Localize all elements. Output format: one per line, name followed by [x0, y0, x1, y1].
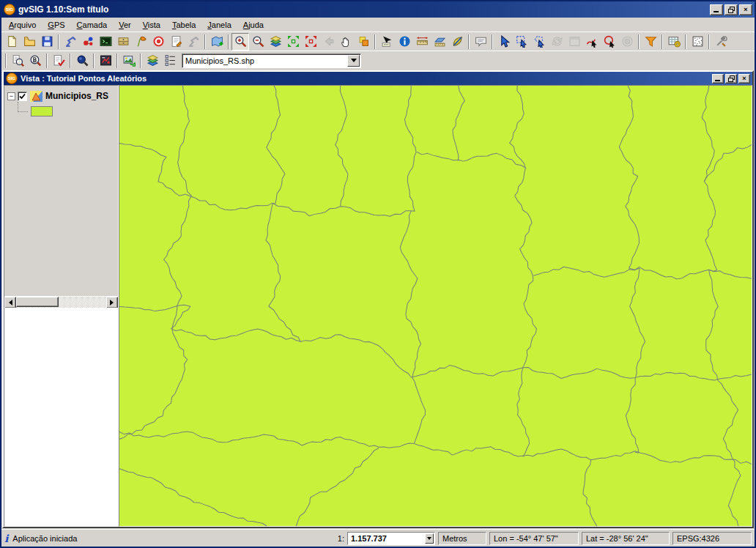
- toolbar-separator: [116, 53, 118, 68]
- view-window-icon: SIG: [6, 73, 18, 84]
- zoom-in-button[interactable]: [231, 33, 249, 51]
- view-title-bar[interactable]: SIG Vista : Tutorial Pontos Aleatórios ×: [4, 72, 752, 85]
- menu-ajuda[interactable]: Ajuda: [237, 19, 270, 31]
- zoom-bookmark-button[interactable]: [26, 52, 44, 70]
- layer-combo-dropdown-button[interactable]: [347, 55, 360, 67]
- layer-visibility-checkbox[interactable]: [18, 92, 27, 101]
- hyperlink-button[interactable]: [448, 33, 466, 51]
- select-polygon-icon: [533, 35, 546, 48]
- toolbar-separator: [492, 34, 493, 49]
- overview-map-button[interactable]: [97, 52, 114, 70]
- frames-button[interactable]: [355, 33, 372, 51]
- scale-dropdown-button[interactable]: [425, 533, 434, 544]
- toolbar-separator: [93, 53, 94, 68]
- new-project-button[interactable]: [3, 33, 21, 51]
- scrollbar-thumb[interactable]: [16, 297, 59, 307]
- select-circle-button[interactable]: [601, 33, 618, 51]
- scale-combo[interactable]: 1.157.737: [347, 532, 435, 545]
- toolbar-separator: [70, 53, 71, 68]
- measure-area-icon: [434, 35, 446, 48]
- gazetteer-button[interactable]: [132, 33, 149, 51]
- open-project-icon: [23, 35, 36, 48]
- zoom-out-button[interactable]: [249, 33, 267, 51]
- select-polyline-button[interactable]: [583, 33, 601, 51]
- overview-map-icon: [100, 54, 112, 67]
- selection-matrix-button[interactable]: [689, 33, 706, 51]
- view-window-title: Vista : Tutorial Pontos Aleatórios: [21, 74, 712, 83]
- toolbar-separator: [374, 34, 376, 49]
- scroll-left-button[interactable]: [4, 297, 16, 308]
- annotation-button[interactable]: [472, 33, 489, 51]
- layer-expand-toggle[interactable]: −: [7, 92, 15, 100]
- menu-bar: ArquivoGPSCamadaVerVistaTabelaJanelaAjud…: [1, 18, 755, 32]
- zoom-selection-button[interactable]: [302, 33, 319, 51]
- layer-stack-button[interactable]: [144, 52, 161, 70]
- layer-name: Municipios_RS: [45, 91, 108, 101]
- pan-button[interactable]: [337, 33, 355, 51]
- zoom-out-icon: [252, 35, 264, 48]
- menu-gps[interactable]: GPS: [42, 19, 70, 31]
- locate-by-attribute-icon: [76, 54, 89, 67]
- legend-row[interactable]: [7, 103, 118, 119]
- add-layer-button[interactable]: [208, 33, 226, 51]
- window-title: gvSIG 1.10:Sem título: [18, 4, 710, 15]
- restore-button[interactable]: [724, 4, 738, 15]
- crane-tool-button[interactable]: [62, 33, 79, 51]
- info-icon: [399, 35, 411, 48]
- attribute-table-button[interactable]: [665, 33, 683, 51]
- geoprocessing-toolbox-button[interactable]: [712, 33, 730, 51]
- close-button[interactable]: ×: [739, 4, 752, 15]
- menu-arquivo[interactable]: Arquivo: [3, 19, 42, 31]
- toolbar-separator: [46, 53, 48, 68]
- toc-empty-area: [4, 308, 118, 526]
- open-project-button[interactable]: [21, 33, 38, 51]
- toolbar-separator: [468, 34, 470, 49]
- layer-icon: [30, 91, 42, 102]
- info-button[interactable]: [396, 33, 413, 51]
- menu-camada[interactable]: Camada: [71, 19, 114, 31]
- zoom-manager-button[interactable]: [9, 52, 26, 70]
- save-project-button[interactable]: [38, 33, 56, 51]
- scroll-right-button[interactable]: [106, 297, 118, 308]
- info-status-icon: i: [4, 533, 8, 544]
- menu-janela[interactable]: Janela: [201, 19, 237, 31]
- select-rectangle-button[interactable]: [513, 33, 530, 51]
- view-restore-button[interactable]: [725, 74, 737, 84]
- layer-list-button[interactable]: [161, 52, 179, 70]
- select-pointer-button[interactable]: [495, 33, 513, 51]
- view-close-button[interactable]: ×: [738, 74, 750, 84]
- scrollbar-track[interactable]: [16, 297, 106, 308]
- measure-area-button[interactable]: [431, 33, 448, 51]
- molecule-tool-button[interactable]: [79, 33, 97, 51]
- select-polygon-button[interactable]: [530, 33, 548, 51]
- zoom-full-extent-button[interactable]: [284, 33, 302, 51]
- locator-button[interactable]: [149, 33, 167, 51]
- locate-by-attribute-button[interactable]: [73, 52, 91, 70]
- active-layer-combo[interactable]: Municipios_RS.shp: [182, 53, 361, 68]
- zoom-layers-button[interactable]: [267, 33, 284, 51]
- refresh-image-button[interactable]: [120, 52, 138, 70]
- hyperlink-icon: [451, 35, 464, 48]
- latitude-indicator: Lat = -28° 56' 24": [582, 532, 670, 545]
- layer-row[interactable]: − Municipios_RS: [7, 89, 118, 103]
- minimize-button[interactable]: [710, 4, 723, 15]
- catalog-icon: [117, 35, 130, 48]
- zoom-previous-button: [319, 33, 337, 51]
- filter-button[interactable]: [642, 33, 659, 51]
- menu-vista[interactable]: Vista: [137, 19, 166, 31]
- notes-button[interactable]: [167, 33, 185, 51]
- start-editing-button[interactable]: [50, 52, 67, 70]
- toc-horizontal-scrollbar[interactable]: [4, 296, 118, 308]
- map-canvas[interactable]: [119, 85, 752, 527]
- locator-icon: [152, 35, 165, 48]
- select-circle-icon: [604, 35, 616, 48]
- console-button[interactable]: [97, 33, 114, 51]
- menu-tabela[interactable]: Tabela: [166, 19, 201, 31]
- measure-distance-button[interactable]: [413, 33, 431, 51]
- attribute-table-icon: [668, 35, 681, 48]
- menu-ver[interactable]: Ver: [113, 19, 137, 31]
- info-cursor-button[interactable]: [378, 33, 396, 51]
- catalog-button[interactable]: [114, 33, 132, 51]
- view-minimize-button[interactable]: [712, 74, 724, 84]
- gvsig-main-window: SIG gvSIG 1.10:Sem título × ArquivoGPSCa…: [0, 0, 756, 548]
